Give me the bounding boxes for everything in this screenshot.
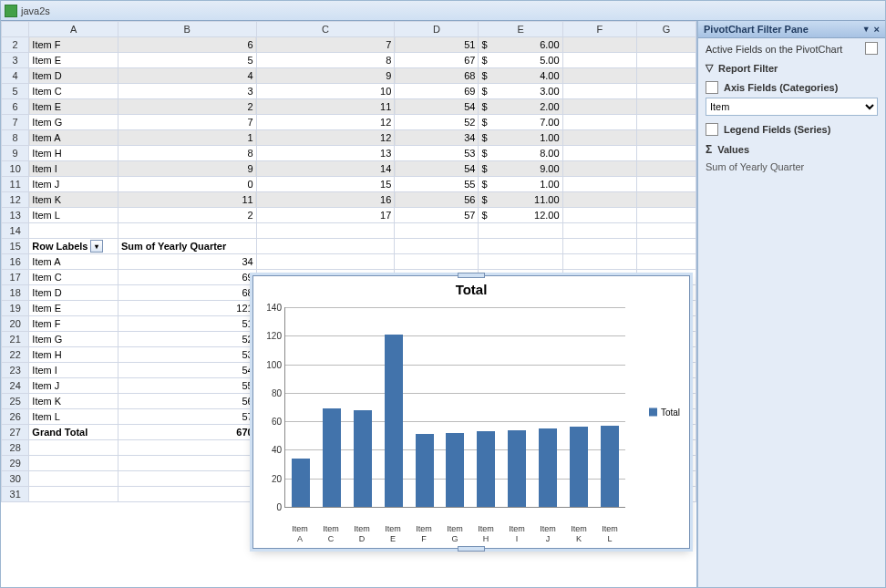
cell[interactable]	[256, 223, 395, 239]
row-header[interactable]: 9	[2, 146, 29, 161]
cell[interactable]	[256, 239, 395, 254]
cell[interactable]: Item K	[29, 192, 118, 208]
row-header[interactable]: 5	[2, 84, 29, 99]
cell[interactable]: Item K	[29, 394, 118, 409]
row-header[interactable]: 13	[2, 208, 29, 223]
cell[interactable]: 7	[256, 37, 395, 53]
cell[interactable]	[562, 223, 636, 239]
options-icon[interactable]	[865, 42, 878, 55]
col-header[interactable]: D	[395, 22, 479, 37]
cell[interactable]: 16	[256, 192, 395, 208]
grand-total-label[interactable]: Grand Total	[29, 425, 118, 440]
cell[interactable]	[29, 471, 118, 487]
cell[interactable]: 11	[118, 192, 256, 208]
chart-handle-top[interactable]	[458, 273, 485, 278]
cell[interactable]: $12.00	[479, 208, 562, 223]
row-header[interactable]: 18	[2, 285, 29, 301]
cell[interactable]: 52	[395, 115, 479, 130]
cell[interactable]	[562, 208, 636, 223]
cell[interactable]: 1	[118, 130, 256, 146]
cell[interactable]	[636, 239, 695, 254]
row-header[interactable]: 14	[2, 223, 29, 239]
cell[interactable]	[562, 239, 636, 254]
cell[interactable]: 8	[256, 53, 395, 68]
cell[interactable]: 55	[118, 378, 256, 394]
cell[interactable]: 67	[395, 53, 479, 68]
cell[interactable]	[562, 37, 636, 53]
cell[interactable]: Item J	[29, 378, 118, 394]
row-header[interactable]: 8	[2, 130, 29, 146]
cell[interactable]	[395, 239, 479, 254]
col-header[interactable]: F	[562, 22, 636, 37]
cell[interactable]	[636, 223, 695, 239]
cell[interactable]	[29, 456, 118, 471]
cell[interactable]: 69	[118, 270, 256, 285]
chart-bar[interactable]	[354, 410, 372, 507]
cell[interactable]: 34	[118, 254, 256, 270]
cell[interactable]: Item D	[29, 285, 118, 301]
chart-bar[interactable]	[539, 428, 557, 507]
row-labels-dropdown[interactable]: ▾	[90, 240, 103, 253]
cell[interactable]: 53	[395, 146, 479, 161]
row-header[interactable]: 22	[2, 347, 29, 363]
cell[interactable]: $1.00	[479, 130, 562, 146]
cell[interactable]: 15	[256, 177, 395, 192]
cell[interactable]	[395, 223, 479, 239]
chart-bar[interactable]	[477, 431, 495, 507]
cell[interactable]	[562, 68, 636, 84]
chart-bar[interactable]	[385, 335, 403, 507]
col-header[interactable]: C	[256, 22, 395, 37]
cell[interactable]	[29, 440, 118, 456]
cell[interactable]: 12	[256, 115, 395, 130]
pivot-sum-header[interactable]: Sum of Yearly Quarter	[118, 239, 256, 254]
cell[interactable]: 52	[118, 332, 256, 347]
cell[interactable]	[636, 37, 695, 53]
cell[interactable]: Item G	[29, 115, 118, 130]
cell[interactable]: 54	[118, 363, 256, 378]
cell[interactable]: 12	[256, 130, 395, 146]
cell[interactable]: 57	[395, 208, 479, 223]
cell[interactable]	[636, 192, 695, 208]
cell[interactable]	[562, 99, 636, 115]
cell[interactable]: $2.00	[479, 99, 562, 115]
cell[interactable]	[479, 254, 562, 270]
cell[interactable]	[636, 53, 695, 68]
cell[interactable]: Item A	[29, 130, 118, 146]
cell[interactable]: Item E	[29, 301, 118, 316]
chart-bar[interactable]	[323, 408, 341, 507]
cell[interactable]: Item C	[29, 84, 118, 99]
cell[interactable]: 56	[118, 394, 256, 409]
cell[interactable]: Item J	[29, 177, 118, 192]
cell[interactable]: Item A	[29, 254, 118, 270]
cell[interactable]	[636, 115, 695, 130]
cell[interactable]: 17	[256, 208, 395, 223]
cell[interactable]: 5	[118, 53, 256, 68]
cell[interactable]: 69	[395, 84, 479, 99]
cell[interactable]	[29, 487, 118, 502]
cell[interactable]: $3.00	[479, 84, 562, 99]
row-header[interactable]: 31	[2, 487, 29, 502]
chart-bar[interactable]	[416, 434, 434, 507]
cell[interactable]	[636, 177, 695, 192]
cell[interactable]: 14	[256, 161, 395, 177]
cell[interactable]: Item I	[29, 363, 118, 378]
cell[interactable]: Item E	[29, 99, 118, 115]
cell[interactable]: 8	[118, 146, 256, 161]
cell[interactable]	[479, 223, 562, 239]
row-header[interactable]: 24	[2, 378, 29, 394]
cell[interactable]: Item C	[29, 270, 118, 285]
cell[interactable]	[562, 177, 636, 192]
pane-dropdown-icon[interactable]: ▼	[862, 25, 871, 34]
cell[interactable]: 9	[256, 68, 395, 84]
cell[interactable]	[562, 53, 636, 68]
cell[interactable]	[118, 223, 256, 239]
row-header[interactable]: 17	[2, 270, 29, 285]
row-header[interactable]: 2	[2, 37, 29, 53]
chart-bar[interactable]	[508, 430, 526, 507]
col-header[interactable]: A	[29, 22, 118, 37]
cell[interactable]: Item F	[29, 37, 118, 53]
cell[interactable]: $1.00	[479, 177, 562, 192]
cell[interactable]: 7	[118, 115, 256, 130]
row-header[interactable]: 19	[2, 301, 29, 316]
cell[interactable]: 11	[256, 99, 395, 115]
